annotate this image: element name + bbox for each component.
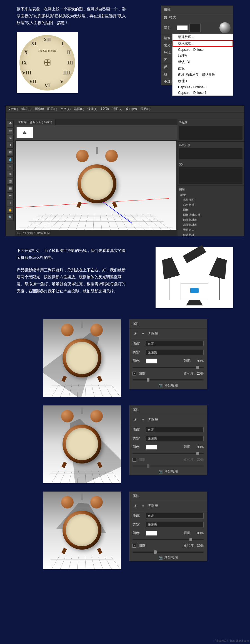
- eyedropper-tool[interactable]: 💧: [7, 156, 14, 163]
- softness-slider[interactable]: [132, 379, 204, 380]
- material-tab[interactable]: ▧ 材质: [161, 14, 233, 21]
- camera-icon: 📷: [159, 556, 163, 560]
- shadow-checkbox[interactable]: ✓: [132, 372, 136, 375]
- intensity-label: 强度:: [184, 445, 195, 449]
- color-swatch[interactable]: [146, 531, 157, 536]
- menu-select[interactable]: 选择(S): [74, 107, 84, 111]
- render-preview-3: [43, 492, 121, 569]
- light-type-label: 无限光: [148, 503, 158, 508]
- menu-type[interactable]: 文字(Y): [61, 107, 71, 111]
- menu-file[interactable]: 文件(F): [8, 107, 18, 111]
- diffuse-label: 漫射:: [164, 26, 175, 30]
- move-to-view-button[interactable]: 📷 移到视图: [129, 468, 207, 475]
- intensity-value: 90%: [197, 445, 204, 449]
- load-texture-item[interactable]: 载入纹理...: [172, 40, 233, 47]
- color-label: 颜色:: [132, 531, 144, 535]
- brush-tool[interactable]: ✎: [7, 164, 14, 170]
- pen-tool[interactable]: ✒: [7, 192, 14, 199]
- right-panels: 导航器 历史记录 3D 图层 场景 当前视图 凸出材质 面板 面板 凸出材质 前…: [178, 119, 244, 236]
- zoom-tool[interactable]: 🔍: [7, 214, 14, 221]
- navigator-panel[interactable]: 导航器: [179, 121, 242, 125]
- eraser-tool[interactable]: ◫: [7, 178, 14, 185]
- softness-slider[interactable]: [132, 552, 204, 553]
- render-preview-1: [43, 319, 121, 397]
- alarm-clock-model[interactable]: [72, 152, 122, 207]
- studio-reference-image: [156, 247, 233, 308]
- toolbox: ✥ ▭ ⊂ ✦ ⊡ 💧 ✎ ⊕ ◫ ▦ ✒ T ✋ 🔍: [6, 119, 15, 236]
- light-type-icon: ✦: [140, 331, 146, 337]
- type-label: 类型:: [132, 436, 144, 441]
- light-icon: ☀: [132, 331, 138, 337]
- new-texture-item[interactable]: 新建纹理...: [172, 34, 233, 40]
- intensity-slider[interactable]: [132, 367, 204, 368]
- cube-icon: ▧: [164, 16, 167, 19]
- softness-value: 20%: [197, 458, 204, 462]
- menu-help[interactable]: 帮助(H): [140, 107, 151, 111]
- type-select[interactable]: 无限光: [146, 350, 204, 355]
- light-properties-panel-1: 属性 ☀ ✦ 无限光 预设: 自定 类型: 无限光 颜色: 强度: 90%: [129, 319, 207, 389]
- camera-icon: 📷: [159, 470, 163, 473]
- light-icon: ☀: [132, 417, 138, 423]
- render-preview-2: [43, 405, 121, 483]
- preset-select[interactable]: 自定: [146, 427, 204, 432]
- texture-thumb[interactable]: 🕰: [16, 127, 33, 138]
- move-tool[interactable]: ✥: [7, 120, 14, 127]
- type-label: 类型:: [132, 350, 144, 355]
- shadow-checkbox[interactable]: ✓: [132, 544, 136, 548]
- move-to-view-button[interactable]: 📷 移到视图: [129, 382, 207, 389]
- lasso-tool[interactable]: ⊂: [7, 135, 14, 141]
- type-select[interactable]: 无限光: [146, 436, 204, 441]
- texture-dropdown[interactable]: 新建纹理... 载入纹理... Capsule - Diffuse 纹理A 默认…: [172, 34, 233, 96]
- crop-tool[interactable]: ⊡: [7, 149, 14, 156]
- light-icon: ☀: [132, 503, 138, 509]
- menu-filter[interactable]: 滤镜(T): [88, 107, 98, 111]
- stamp-tool[interactable]: ⊕: [7, 171, 14, 177]
- intensity-slider[interactable]: [132, 539, 204, 540]
- type-label: 类型:: [132, 522, 144, 527]
- preset-label: 预设:: [132, 341, 144, 346]
- menu-edit[interactable]: 编辑(E): [21, 107, 32, 111]
- marquee-tool[interactable]: ▭: [7, 127, 14, 134]
- preset-label: 预设:: [132, 427, 144, 432]
- shadow-label: 阴影: [139, 543, 145, 548]
- menu-3d[interactable]: 3D(D): [101, 107, 109, 111]
- intensity-value: 80%: [197, 531, 204, 535]
- layers-panel[interactable]: 图层: [179, 187, 242, 191]
- shadow-label: 阴影: [139, 457, 145, 462]
- preset-label: 预设:: [132, 513, 144, 518]
- diffuse-texture-thumb[interactable]: [189, 24, 201, 32]
- move-to-view-button[interactable]: 📷 移到视图: [129, 554, 207, 561]
- light-properties-panel-3: 属性 ☀ ✦ 无限光 预设: 自定 类型: 无限光 颜色: 强度: 80%: [129, 492, 207, 561]
- 3d-panel[interactable]: 3D: [179, 163, 242, 166]
- color-swatch[interactable]: [146, 445, 157, 450]
- shadow-label: 阴影: [139, 371, 145, 376]
- camera-icon: 📷: [159, 384, 163, 387]
- preset-select[interactable]: 自定: [146, 513, 204, 518]
- softness-label: 柔和度:: [184, 457, 195, 462]
- material-properties-panel: 属性 ▧ 材质 漫射: 镜像: 发光: 环境: 闪 反 粗: [161, 6, 233, 85]
- gradient-tool[interactable]: ▦: [7, 185, 14, 192]
- color-swatch[interactable]: [146, 359, 157, 364]
- menu-window[interactable]: 窗口(W): [126, 107, 137, 111]
- material-preview-sphere: [219, 22, 231, 33]
- intensity-label: 强度:: [184, 359, 195, 363]
- 3d-viewport[interactable]: [16, 141, 176, 230]
- softness-label: 柔和度:: [184, 543, 195, 548]
- softness-label: 柔和度:: [184, 371, 195, 376]
- menu-layer[interactable]: 图层(L): [47, 107, 57, 111]
- shadow-checkbox[interactable]: [132, 458, 136, 462]
- preset-select[interactable]: 自定: [146, 341, 204, 346]
- menu-image[interactable]: 图像(I): [35, 107, 44, 111]
- hand-tool[interactable]: ✋: [7, 207, 14, 214]
- wand-tool[interactable]: ✦: [7, 142, 14, 149]
- status-bar: 66.67% 文档:2.00M/2.00M: [15, 231, 178, 236]
- text-tool[interactable]: T: [7, 200, 14, 206]
- photoshop-window: 文件(F) 编辑(E) 图像(I) 图层(L) 文字(Y) 选择(S) 滤镜(T…: [6, 106, 244, 236]
- menu-view[interactable]: 视图(V): [112, 107, 122, 111]
- history-panel[interactable]: 历史记录: [179, 143, 242, 147]
- softness-value: 20%: [197, 372, 204, 375]
- type-select[interactable]: 无限光: [146, 522, 204, 527]
- document-tab[interactable]: 未标题-1 @ 66.7% (RGB/8): [15, 119, 56, 125]
- intensity-slider[interactable]: [132, 453, 204, 454]
- diffuse-color-swatch[interactable]: [177, 25, 188, 30]
